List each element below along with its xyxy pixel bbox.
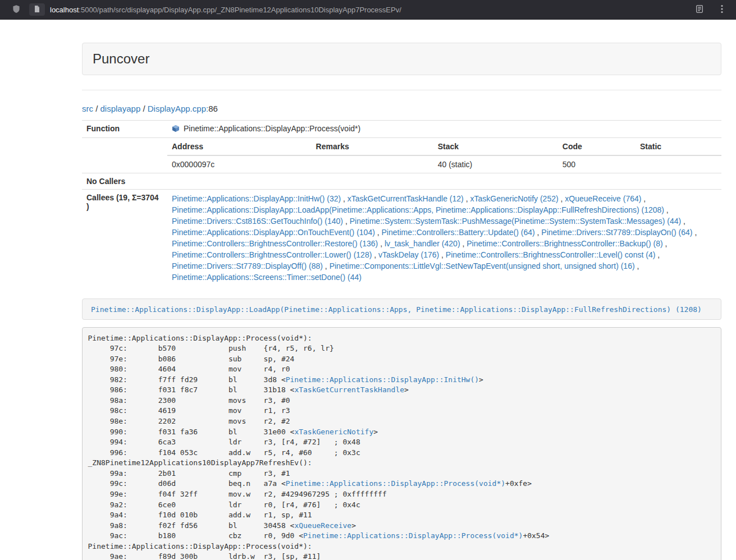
callee-separator: ,: [681, 217, 685, 226]
site-identity-button[interactable]: [29, 3, 45, 16]
callee-separator: ,: [375, 228, 382, 237]
callee-separator: ,: [343, 217, 350, 226]
code-symbol-link[interactable]: Pinetime::Applications::DisplayApp::Proc…: [286, 479, 505, 488]
callee-link[interactable]: Pinetime::Applications::DisplayApp::Load…: [172, 205, 664, 214]
callee-link[interactable]: Pinetime::Components::LittleVgl::SetNewT…: [330, 261, 635, 270]
detail-row: AddressRemarksStackCodeStatic 0x0000097c…: [82, 138, 721, 173]
callee-separator: ,: [655, 250, 660, 259]
browser-chrome: localhost:5000/path/src/displayapp/Displ…: [0, 0, 736, 20]
page-content: Puncover src / displayapp / DisplayApp.c…: [82, 43, 721, 560]
column-header: Code: [558, 138, 636, 155]
callee-link[interactable]: Pinetime::System::SystemTask::PushMessag…: [350, 217, 682, 226]
column-header: Static: [636, 138, 721, 155]
detail-value: [636, 155, 721, 173]
breadcrumb-separator: 86: [208, 104, 218, 113]
callee-link[interactable]: Pinetime::Controllers::BrightnessControl…: [467, 239, 662, 248]
function-row: Function Pinetime::Applications::Display…: [82, 121, 721, 138]
callee-separator: ,: [323, 261, 330, 270]
callee-separator: ,: [693, 228, 697, 237]
breadcrumb-separator: /: [140, 104, 148, 113]
reader-mode-icon: [695, 4, 704, 15]
callee-separator: ,: [635, 261, 639, 270]
callee-detail-panel: Pinetime::Applications::DisplayApp::Load…: [82, 299, 721, 320]
shield-icon: [12, 4, 21, 15]
callee-link[interactable]: xTaskGenericNotify (252): [470, 194, 558, 203]
callee-separator: ,: [460, 239, 467, 248]
callee-link[interactable]: Pinetime::Applications::DisplayApp::Init…: [172, 194, 341, 203]
code-symbol-link[interactable]: xTaskGenericNotify: [294, 428, 373, 436]
callee-link[interactable]: Pinetime::Controllers::BrightnessControl…: [446, 250, 655, 259]
detail-value: [312, 155, 433, 173]
callee-link[interactable]: xQueueReceive (764): [565, 194, 641, 203]
function-name: Pinetime::Applications::DisplayApp::Proc…: [184, 124, 360, 133]
url-host: localhost: [50, 6, 79, 14]
panel-heading: Pinetime::Applications::DisplayApp::Load…: [83, 299, 721, 319]
callee-separator: ,: [535, 228, 542, 237]
page-icon: [33, 5, 41, 15]
code-symbol-link[interactable]: Pinetime::Applications::DisplayApp::Init…: [286, 375, 479, 384]
callee-separator: ,: [372, 250, 378, 259]
callee-link[interactable]: Pinetime::Drivers::Cst816S::GetTouchInfo…: [172, 217, 343, 226]
column-header: Address: [167, 138, 312, 155]
callees-row: Callees (19, Σ=3704 ) Pinetime::Applicat…: [82, 190, 721, 287]
no-callers-label: No Callers: [82, 173, 167, 190]
function-name-cell: Pinetime::Applications::DisplayApp::Proc…: [167, 121, 721, 138]
breadcrumb: src / displayapp / DisplayApp.cpp:86: [82, 104, 721, 113]
no-callers-row: No Callers: [82, 173, 721, 190]
reader-mode-button[interactable]: [692, 2, 707, 17]
detail-value-row: 0x0000097c40 (static)500: [167, 155, 721, 173]
page-actions-menu-button[interactable]: [715, 2, 729, 17]
no-callers-cell: [167, 173, 721, 190]
app-title: Puncover: [93, 51, 711, 67]
detail-value: 40 (static): [433, 155, 558, 173]
callee-separator: ,: [378, 239, 385, 248]
symbol-info-table: Function Pinetime::Applications::Display…: [82, 120, 721, 286]
column-header: Remarks: [312, 138, 433, 155]
callee-separator: ,: [663, 239, 668, 248]
callee-link[interactable]: Pinetime::Controllers::BrightnessControl…: [172, 250, 372, 259]
callees-label: Callees (19, Σ=3704 ): [82, 190, 167, 287]
detail-row-spacer: [82, 138, 167, 173]
divider: [82, 90, 721, 90]
url-path: :5000/path/src/displayapp/DisplayApp.cpp…: [79, 6, 401, 14]
code-symbol-link[interactable]: xTaskGetCurrentTaskHandle: [294, 385, 404, 394]
callee-separator: ,: [341, 194, 348, 203]
code-symbol-link[interactable]: xQueueReceive: [294, 521, 351, 530]
callee-link[interactable]: Pinetime::Drivers::St7789::DisplayOn() (…: [541, 228, 692, 237]
url-bar[interactable]: localhost:5000/path/src/displayapp/Displ…: [50, 6, 685, 14]
callee-link[interactable]: Pinetime::Applications::DisplayApp::OnTo…: [172, 228, 375, 237]
breadcrumb-link[interactable]: displayapp: [100, 104, 141, 113]
symbol-detail-table: AddressRemarksStackCodeStatic 0x0000097c…: [167, 138, 721, 173]
callees-cell: Pinetime::Applications::DisplayApp::Init…: [167, 190, 721, 287]
disassembly: Pinetime::Applications::DisplayApp::Proc…: [82, 327, 721, 560]
breadcrumb-link[interactable]: DisplayApp.cpp:: [148, 104, 208, 113]
column-header: Stack: [433, 138, 558, 155]
callee-link[interactable]: lv_task_handler (420): [385, 239, 460, 248]
callee-separator: ,: [439, 250, 446, 259]
kebab-menu-icon: [721, 4, 723, 15]
callee-link[interactable]: Pinetime::Controllers::BrightnessControl…: [172, 239, 378, 248]
callee-link[interactable]: Pinetime::Drivers::St7789::DisplayOff() …: [172, 261, 323, 270]
callee-separator: ,: [464, 194, 470, 203]
callee-link[interactable]: Pinetime::Controllers::Battery::Update()…: [382, 228, 535, 237]
app-header-panel: Puncover: [82, 43, 721, 75]
breadcrumb-link[interactable]: src: [82, 104, 93, 113]
browser-actions: [692, 2, 729, 17]
detail-cell: AddressRemarksStackCodeStatic 0x0000097c…: [167, 138, 721, 173]
breadcrumb-separator: /: [93, 104, 100, 113]
detail-value: 500: [558, 155, 636, 173]
detail-value: 0x0000097c: [167, 155, 312, 173]
callee-link[interactable]: vTaskDelay (176): [378, 250, 439, 259]
tracking-shield-button[interactable]: [9, 2, 24, 17]
callee-separator: ,: [559, 194, 565, 203]
code-symbol-link[interactable]: Pinetime::Applications::DisplayApp::Proc…: [303, 531, 523, 540]
panel-symbol-link[interactable]: Pinetime::Applications::DisplayApp::Load…: [91, 305, 702, 314]
callee-separator: ,: [641, 194, 646, 203]
callee-link[interactable]: Pinetime::Applications::Screens::Timer::…: [172, 273, 362, 282]
callee-link[interactable]: xTaskGetCurrentTaskHandle (12): [348, 194, 464, 203]
function-row-label: Function: [82, 121, 167, 138]
detail-header-row: AddressRemarksStackCodeStatic: [167, 138, 721, 155]
callee-separator: ,: [664, 205, 669, 214]
symbol-icon: [172, 125, 180, 134]
